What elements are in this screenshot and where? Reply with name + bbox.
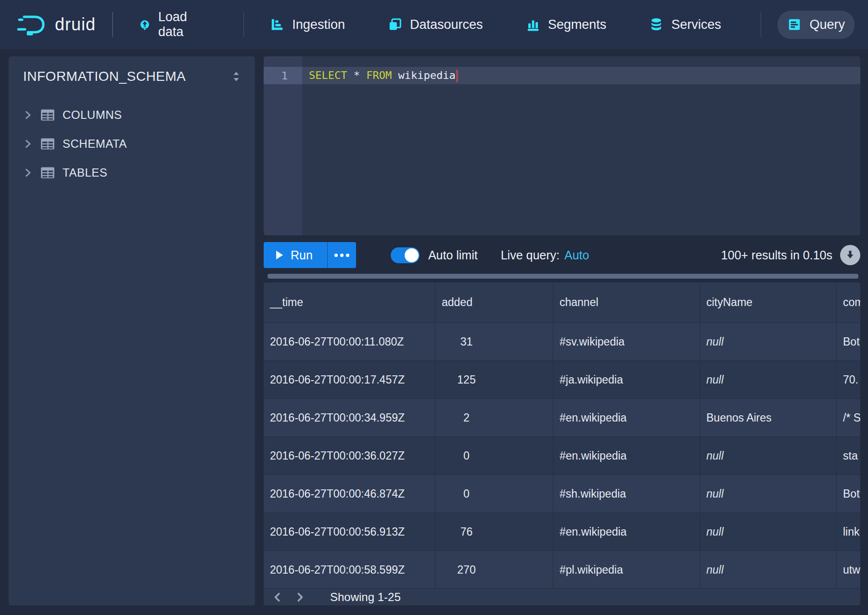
chevron-right-icon[interactable]	[23, 110, 33, 120]
table-cell[interactable]: 2	[435, 399, 553, 437]
column-header-comment[interactable]: comment	[837, 282, 860, 323]
sql-keyword: FROM	[366, 69, 392, 81]
column-header-added[interactable]: added	[435, 282, 553, 323]
table-cell[interactable]: Bot	[837, 475, 860, 513]
sql-editor[interactable]: 1 SELECT * FROM wikipedia	[264, 56, 860, 235]
table-cell[interactable]: #sv.wikipedia	[553, 323, 700, 361]
table-cell[interactable]: null	[700, 361, 837, 399]
table-cell[interactable]: 2016-06-27T00:00:17.457Z	[264, 361, 435, 399]
top-nav: druid Load data Ingestion	[0, 0, 868, 49]
table-cell[interactable]: link	[837, 513, 860, 551]
table-cell[interactable]: 125	[435, 361, 553, 399]
table-cell[interactable]: 2016-06-27T00:00:46.874Z	[264, 475, 435, 513]
table-cell[interactable]: 270	[435, 551, 553, 589]
nav-divider	[761, 12, 762, 37]
line-number: 1	[264, 67, 302, 84]
showing-label: Showing 1-25	[330, 590, 401, 604]
datasources-icon	[388, 17, 402, 32]
ingestion-icon	[270, 17, 284, 32]
chevron-left-icon	[272, 592, 283, 602]
nav-item-label: Datasources	[410, 17, 483, 32]
table-cell[interactable]: 2016-06-27T00:00:56.913Z	[264, 513, 435, 551]
run-more-button[interactable]	[327, 242, 356, 268]
text-cursor	[456, 70, 458, 82]
table-cell[interactable]: 2016-06-27T00:00:58.599Z	[264, 551, 435, 589]
column-header-__time[interactable]: __time	[264, 282, 435, 323]
nav-item-segments[interactable]: Segments	[516, 11, 616, 39]
table-row: 2016-06-27T00:00:34.959Z2#en.wikipediaBu…	[264, 399, 860, 437]
schema-title: INFORMATION_SCHEMA	[23, 69, 186, 84]
results-header-row: __timeaddedchannelcityNamecomment	[264, 282, 860, 323]
table-cell[interactable]: Bot	[837, 323, 860, 361]
table-cell[interactable]: /* S	[837, 399, 860, 437]
editor-active-line[interactable]: 1 SELECT * FROM wikipedia	[264, 67, 860, 84]
column-header-cityName[interactable]: cityName	[700, 282, 837, 323]
table-cell[interactable]: 0	[435, 437, 553, 475]
tree-item-tables[interactable]: TABLES	[23, 158, 243, 187]
table-cell[interactable]: 2016-06-27T00:00:36.027Z	[264, 437, 435, 475]
services-icon	[649, 17, 664, 32]
double-caret-vertical-icon[interactable]	[230, 70, 243, 83]
live-query-value[interactable]: Auto	[564, 248, 589, 262]
column-header-channel[interactable]: channel	[553, 282, 700, 323]
table-cell[interactable]: Buenos Aires	[700, 399, 837, 437]
table-row: 2016-06-27T00:00:17.457Z125#ja.wikipedia…	[264, 361, 860, 399]
next-page-button[interactable]	[293, 590, 307, 604]
table-cell[interactable]: #en.wikipedia	[553, 399, 700, 437]
tree-item-label: SCHEMATA	[63, 137, 127, 151]
nav-item-label: Services	[671, 17, 721, 32]
nav-item-query[interactable]: Query	[778, 11, 855, 39]
chevron-right-icon[interactable]	[23, 139, 33, 149]
table-cell[interactable]: null	[700, 475, 837, 513]
brand-name: druid	[55, 14, 96, 35]
table-icon	[40, 109, 55, 121]
chevron-right-icon[interactable]	[23, 168, 33, 178]
sql-table-name: wikipedia	[398, 69, 455, 81]
table-icon	[40, 138, 55, 150]
sql-keyword: SELECT	[309, 69, 347, 81]
table-cell[interactable]: 70.	[837, 361, 860, 399]
table-cell[interactable]: 2016-06-27T00:00:11.080Z	[264, 323, 435, 361]
sql-statement: SELECT * FROM wikipedia	[302, 69, 458, 82]
table-cell[interactable]: 2016-06-27T00:00:34.959Z	[264, 399, 435, 437]
tree-item-schemata[interactable]: SCHEMATA	[23, 129, 243, 158]
table-row: 2016-06-27T00:00:56.913Z76#en.wikipedian…	[264, 513, 860, 551]
druid-logo[interactable]: druid	[17, 13, 96, 36]
table-cell[interactable]: sta	[837, 437, 860, 475]
segments-icon	[526, 17, 540, 32]
table-cell[interactable]: utw	[837, 551, 860, 589]
table-cell[interactable]: #pl.wikipedia	[553, 551, 700, 589]
schema-tree: COLUMNS SCHEMATA	[23, 101, 243, 187]
table-cell[interactable]: null	[700, 323, 837, 361]
nav-divider	[243, 12, 244, 37]
nav-item-load-data[interactable]: Load data	[129, 3, 214, 46]
sql-star: *	[354, 69, 360, 81]
tree-item-columns[interactable]: COLUMNS	[23, 101, 243, 129]
nav-item-services[interactable]: Services	[639, 11, 731, 39]
table-cell[interactable]: #sh.wikipedia	[553, 475, 700, 513]
nav-item-label: Ingestion	[292, 17, 345, 32]
table-cell[interactable]: null	[700, 437, 837, 475]
auto-limit-toggle[interactable]	[391, 247, 420, 263]
table-cell[interactable]: 31	[435, 323, 553, 361]
table-icon	[40, 167, 55, 179]
nav-item-ingestion[interactable]: Ingestion	[260, 11, 355, 39]
run-button[interactable]: Run	[264, 242, 327, 268]
table-cell[interactable]: #ja.wikipedia	[553, 361, 700, 399]
toggle-knob	[405, 248, 419, 262]
table-cell[interactable]: null	[700, 513, 837, 551]
live-query-label: Live query:	[501, 248, 560, 262]
nav-item-label: Query	[809, 17, 845, 32]
prev-page-button[interactable]	[270, 590, 285, 604]
nav-divider	[112, 12, 113, 37]
horizontal-scrollbar[interactable]	[268, 274, 858, 279]
table-cell[interactable]: 0	[435, 475, 553, 513]
auto-limit-label: Auto limit	[428, 248, 478, 262]
table-cell[interactable]: #en.wikipedia	[553, 437, 700, 475]
nav-item-datasources[interactable]: Datasources	[378, 11, 493, 39]
table-cell[interactable]: #en.wikipedia	[553, 513, 700, 551]
download-button[interactable]	[840, 245, 860, 265]
table-cell[interactable]: 76	[435, 513, 553, 551]
table-cell[interactable]: null	[700, 551, 837, 589]
chevron-right-icon	[294, 592, 305, 602]
